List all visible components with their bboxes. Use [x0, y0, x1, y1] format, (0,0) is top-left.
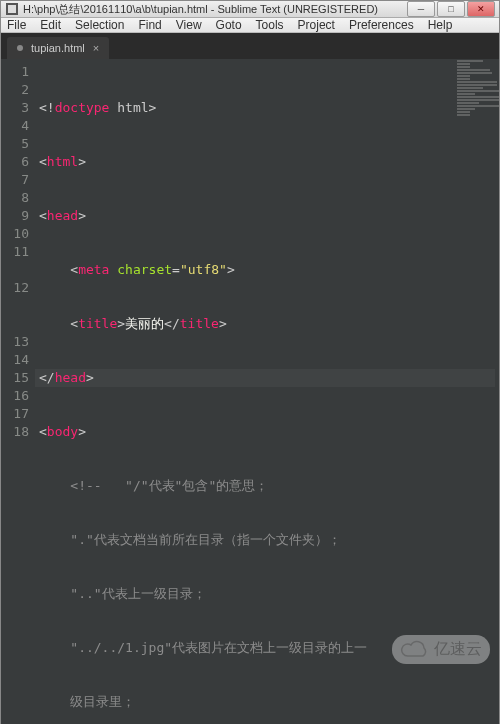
code-line: ".."代表上一级目录； — [39, 585, 495, 603]
line-number: 14 — [1, 351, 29, 369]
code-line: <meta charset="utf8"> — [39, 261, 495, 279]
code-line-active: </head> — [35, 369, 495, 387]
tab-label: tupian.html — [31, 42, 85, 54]
line-number: 2 — [1, 81, 29, 99]
menubar: File Edit Selection Find View Goto Tools… — [1, 18, 499, 33]
tab-dirty-icon — [17, 45, 23, 51]
code-line: <!doctype html> — [39, 99, 495, 117]
code-area[interactable]: <!doctype html> <html> <head> <meta char… — [35, 59, 499, 724]
menu-file[interactable]: File — [7, 18, 26, 32]
menu-find[interactable]: Find — [138, 18, 161, 32]
gutter: 1 2 3 4 5 6 7 8 9 10 11 12 13 14 15 16 1… — [1, 59, 35, 724]
app-icon — [5, 2, 19, 16]
menu-tools[interactable]: Tools — [256, 18, 284, 32]
line-number: 15 — [1, 369, 29, 387]
editor[interactable]: 1 2 3 4 5 6 7 8 9 10 11 12 13 14 15 16 1… — [1, 59, 499, 724]
app-window: H:\php\总结\20161110\a\b\tupian.html - Sub… — [0, 0, 500, 724]
code-line: "."代表文档当前所在目录（指一个文件夹）； — [39, 531, 495, 549]
menu-project[interactable]: Project — [298, 18, 335, 32]
window-buttons: ─ □ ✕ — [407, 1, 495, 17]
code-line: <!-- "/"代表"包含"的意思； — [39, 477, 495, 495]
line-number: 12 — [1, 279, 29, 297]
line-number: 8 — [1, 189, 29, 207]
menu-edit[interactable]: Edit — [40, 18, 61, 32]
close-button[interactable]: ✕ — [467, 1, 495, 17]
tab-close-icon[interactable]: × — [93, 42, 99, 54]
svg-rect-1 — [8, 5, 16, 13]
maximize-button[interactable]: □ — [437, 1, 465, 17]
line-number: 10 — [1, 225, 29, 243]
code-line: 级目录里； — [39, 693, 495, 711]
tabbar: tupian.html × — [1, 33, 499, 59]
tab-tupian[interactable]: tupian.html × — [7, 37, 109, 59]
code-line: <head> — [39, 207, 495, 225]
line-number: 16 — [1, 387, 29, 405]
minimize-button[interactable]: ─ — [407, 1, 435, 17]
line-number: 4 — [1, 117, 29, 135]
line-number: 7 — [1, 171, 29, 189]
menu-preferences[interactable]: Preferences — [349, 18, 414, 32]
line-number: 1 — [1, 63, 29, 81]
menu-goto[interactable]: Goto — [216, 18, 242, 32]
line-number: 11 — [1, 243, 29, 261]
line-number: 18 — [1, 423, 29, 441]
line-number: 6 — [1, 153, 29, 171]
code-line: <title>美丽的</title> — [39, 315, 495, 333]
line-number: 17 — [1, 405, 29, 423]
line-number: 9 — [1, 207, 29, 225]
menu-view[interactable]: View — [176, 18, 202, 32]
code-line: "../../1.jpg"代表图片在文档上一级目录的上一 — [39, 639, 495, 657]
menu-selection[interactable]: Selection — [75, 18, 124, 32]
window-title: H:\php\总结\20161110\a\b\tupian.html - Sub… — [23, 2, 407, 17]
titlebar: H:\php\总结\20161110\a\b\tupian.html - Sub… — [1, 1, 499, 18]
line-number: 5 — [1, 135, 29, 153]
line-number: 13 — [1, 333, 29, 351]
line-number: 3 — [1, 99, 29, 117]
line-number — [1, 261, 29, 279]
menu-help[interactable]: Help — [428, 18, 453, 32]
code-line: <body> — [39, 423, 495, 441]
code-line: <html> — [39, 153, 495, 171]
line-number — [1, 315, 29, 333]
line-number — [1, 297, 29, 315]
